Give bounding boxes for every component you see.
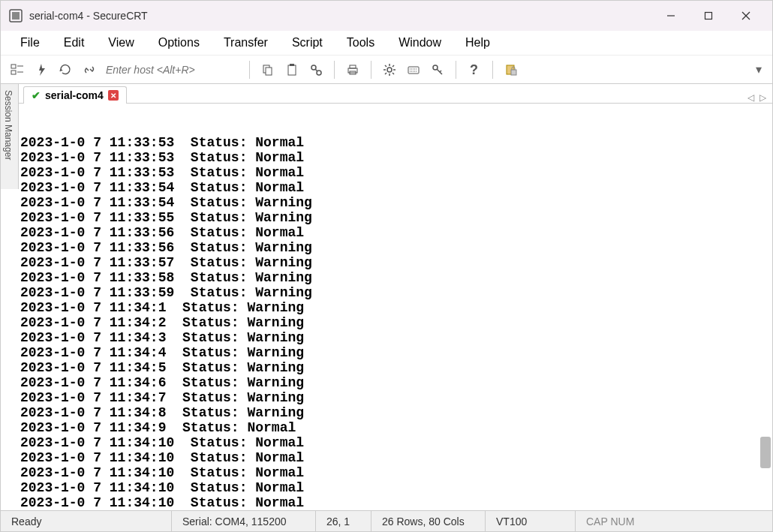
terminal[interactable]: 2023-1-0 7 11:33:53 Status: Normal 2023-… <box>19 104 772 510</box>
statusbar: Ready Serial: COM4, 115200 26, 1 26 Rows… <box>1 510 772 531</box>
separator <box>371 61 371 79</box>
status-emulation: VT100 <box>486 511 576 531</box>
svg-point-20 <box>387 68 392 72</box>
toolbar-overflow-icon[interactable]: ▾ <box>751 62 766 77</box>
svg-line-25 <box>385 65 386 67</box>
svg-line-16 <box>315 69 317 71</box>
tabbar: ✔ serial-com4 ✕ ◁ ▷ <box>19 84 772 104</box>
separator <box>456 61 456 79</box>
tab-serial-com4[interactable]: ✔ serial-com4 ✕ <box>23 86 127 104</box>
svg-line-28 <box>393 65 394 67</box>
svg-rect-18 <box>350 65 356 68</box>
disconnect-icon[interactable] <box>79 59 100 80</box>
svg-line-26 <box>393 73 394 74</box>
settings-icon[interactable] <box>379 59 400 80</box>
key-icon[interactable] <box>427 59 448 80</box>
reconnect-icon[interactable] <box>55 59 76 80</box>
tab-nav-arrows[interactable]: ◁ ▷ <box>747 92 768 103</box>
svg-line-34 <box>440 71 441 72</box>
menu-file[interactable]: File <box>8 31 52 55</box>
separator <box>492 61 493 79</box>
svg-rect-11 <box>266 68 272 75</box>
separator <box>334 61 335 79</box>
terminal-output: 2023-1-0 7 11:33:53 Status: Normal 2023-… <box>20 135 772 510</box>
menu-script[interactable]: Script <box>280 31 335 55</box>
svg-rect-29 <box>408 67 419 74</box>
menu-window[interactable]: Window <box>386 31 453 55</box>
tab-label: serial-com4 <box>45 89 104 101</box>
app-icon <box>8 8 23 23</box>
maximize-button[interactable] <box>690 1 727 31</box>
svg-rect-12 <box>288 65 296 75</box>
keyboard-icon[interactable] <box>403 59 424 80</box>
svg-rect-7 <box>11 71 16 74</box>
status-caps: CAP NUM <box>576 511 772 531</box>
svg-rect-1 <box>12 12 20 20</box>
svg-rect-3 <box>705 13 712 20</box>
workarea: Session Manager ✔ serial-com4 ✕ ◁ ▷ 2023… <box>1 83 772 510</box>
connected-check-icon: ✔ <box>32 89 41 101</box>
main-area: ✔ serial-com4 ✕ ◁ ▷ 2023-1-0 7 11:33:53 … <box>19 84 772 510</box>
copy-icon[interactable] <box>257 59 278 80</box>
quick-connect-icon[interactable] <box>31 59 52 80</box>
menu-edit[interactable]: Edit <box>52 31 97 55</box>
separator <box>249 61 250 79</box>
svg-line-27 <box>385 73 386 74</box>
scrollbar-thumb[interactable] <box>760 437 771 468</box>
session-manager-icon[interactable] <box>7 59 28 80</box>
toolbar: ? ▾ <box>1 55 772 83</box>
tab-close-icon[interactable]: ✕ <box>108 90 119 101</box>
lock-session-icon[interactable] <box>501 59 522 80</box>
svg-rect-6 <box>11 65 16 68</box>
svg-text:?: ? <box>470 62 478 77</box>
status-ready: Ready <box>1 511 172 531</box>
minimize-button[interactable] <box>652 1 690 31</box>
menu-transfer[interactable]: Transfer <box>212 31 280 55</box>
svg-rect-37 <box>511 70 516 75</box>
help-icon[interactable]: ? <box>464 59 485 80</box>
titlebar: serial-com4 - SecureCRT <box>1 1 772 31</box>
svg-rect-13 <box>290 64 294 66</box>
paste-icon[interactable] <box>281 59 302 80</box>
menu-tools[interactable]: Tools <box>335 31 386 55</box>
menu-view[interactable]: View <box>96 31 146 55</box>
menubar: File Edit View Options Transfer Script T… <box>1 31 772 55</box>
session-manager-sidebar[interactable]: Session Manager <box>1 84 19 189</box>
find-icon[interactable] <box>305 59 326 80</box>
close-button[interactable] <box>727 1 765 31</box>
menu-help[interactable]: Help <box>453 31 502 55</box>
window-controls <box>652 1 765 31</box>
print-icon[interactable] <box>342 59 363 80</box>
status-dimensions: 26 Rows, 80 Cols <box>371 511 486 531</box>
status-serial: Serial: COM4, 115200 <box>172 511 316 531</box>
menu-options[interactable]: Options <box>146 31 212 55</box>
host-input[interactable] <box>103 61 242 79</box>
window-title: serial-com4 - SecureCRT <box>29 10 652 22</box>
status-position: 26, 1 <box>316 511 371 531</box>
